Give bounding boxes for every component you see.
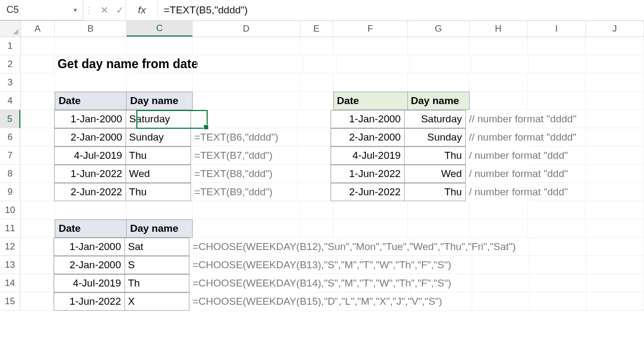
cell[interactable]: [300, 219, 333, 238]
row-header[interactable]: 1: [0, 37, 21, 55]
col-header-D[interactable]: D: [193, 21, 301, 36]
cell-dayname[interactable]: Wed: [405, 165, 466, 183]
cell-date[interactable]: 4-Jul-2019: [54, 146, 126, 165]
cell-note[interactable]: // number format "dddd": [466, 128, 529, 146]
formula-input[interactable]: =TEXT(B5,"dddd"): [158, 0, 644, 20]
cell[interactable]: [528, 74, 586, 92]
row-header[interactable]: 7: [0, 146, 20, 165]
cell[interactable]: [587, 256, 644, 274]
row-header[interactable]: 12: [0, 238, 20, 256]
cell[interactable]: [306, 292, 339, 311]
cell[interactable]: [586, 219, 645, 238]
cell[interactable]: [193, 92, 300, 110]
cell-dayname[interactable]: Saturday: [126, 110, 191, 128]
cell[interactable]: [336, 55, 410, 74]
cell[interactable]: [338, 292, 411, 311]
select-all-corner[interactable]: [0, 21, 21, 36]
cell[interactable]: [298, 110, 331, 128]
cell[interactable]: [586, 74, 644, 92]
cell[interactable]: [300, 92, 333, 110]
table-header[interactable]: Date: [55, 92, 127, 110]
table-header[interactable]: Day name: [127, 219, 192, 238]
cell[interactable]: [529, 183, 587, 201]
cell[interactable]: [586, 128, 644, 146]
cell[interactable]: [529, 55, 586, 74]
cell[interactable]: [472, 274, 530, 292]
row-header[interactable]: 3: [0, 74, 21, 92]
cell[interactable]: [408, 37, 470, 55]
row-header[interactable]: 15: [0, 292, 20, 311]
cell-date[interactable]: 1-Jun-2022: [54, 292, 125, 311]
cell[interactable]: [193, 37, 300, 55]
cell[interactable]: [472, 238, 530, 256]
table-header[interactable]: Date: [333, 92, 408, 110]
name-box[interactable]: C5 ▾: [0, 0, 83, 20]
cell[interactable]: [530, 256, 587, 274]
cell-date[interactable]: 1-Jun-2022: [331, 165, 405, 183]
cell[interactable]: [587, 238, 644, 256]
cell-dayname[interactable]: Sat: [125, 238, 189, 256]
col-header-I[interactable]: I: [528, 21, 586, 36]
row-header[interactable]: 11: [0, 219, 21, 238]
cell[interactable]: [20, 238, 54, 256]
cell-dayname[interactable]: Thu: [126, 146, 191, 165]
cell-dayname[interactable]: Sunday: [126, 128, 191, 146]
cell[interactable]: [412, 292, 472, 311]
cell-date[interactable]: 2-Jan-2000: [54, 256, 125, 274]
row-header[interactable]: 9: [0, 183, 20, 201]
cell[interactable]: [55, 74, 127, 92]
cell-note[interactable]: / number format "ddd": [466, 183, 529, 201]
cell-date[interactable]: 2-Jun-2022: [54, 183, 126, 201]
cell-date[interactable]: 2-Jan-2000: [331, 128, 405, 146]
cell[interactable]: [586, 92, 645, 110]
cell[interactable]: [472, 256, 530, 274]
cell[interactable]: [471, 55, 529, 74]
col-header-H[interactable]: H: [470, 21, 528, 36]
cell-dayname[interactable]: Thu: [405, 183, 466, 201]
cell-dayname[interactable]: Wed: [126, 165, 191, 183]
cell[interactable]: [412, 256, 472, 274]
cell[interactable]: [530, 238, 587, 256]
cell[interactable]: [472, 292, 530, 311]
col-header-C[interactable]: C: [127, 21, 192, 36]
col-header-F[interactable]: F: [333, 21, 408, 36]
cell[interactable]: [586, 37, 644, 55]
cell[interactable]: [298, 146, 331, 165]
row-header[interactable]: 5: [0, 110, 20, 128]
cell[interactable]: [410, 55, 471, 74]
cell[interactable]: [298, 183, 331, 201]
cell[interactable]: [21, 37, 55, 55]
col-header-G[interactable]: G: [408, 21, 470, 36]
cell[interactable]: [127, 37, 192, 55]
cell-dayname[interactable]: Saturday: [405, 110, 466, 128]
grid-body[interactable]: 1 2 Get day name from date: [0, 37, 644, 311]
cell[interactable]: [586, 146, 644, 165]
cell[interactable]: [529, 110, 587, 128]
cell[interactable]: [470, 92, 528, 110]
cell[interactable]: [587, 292, 644, 311]
cell[interactable]: [300, 201, 333, 219]
row-header[interactable]: 14: [0, 274, 20, 292]
row-header[interactable]: 8: [0, 165, 20, 183]
cell[interactable]: [306, 274, 339, 292]
col-header-B[interactable]: B: [55, 21, 127, 36]
cell-dayname[interactable]: Th: [125, 274, 189, 292]
cell[interactable]: [338, 274, 411, 292]
cell[interactable]: [408, 201, 470, 219]
cell[interactable]: [306, 256, 339, 274]
page-title[interactable]: Get day name from date: [54, 55, 132, 74]
enter-icon[interactable]: ✓: [116, 4, 124, 16]
cancel-icon[interactable]: ✕: [100, 4, 108, 16]
cell-formula[interactable]: =CHOOSE(WEEKDAY(B12),"Sun","Mon","Tue","…: [189, 238, 306, 256]
cell-date[interactable]: 4-Jul-2019: [331, 146, 405, 165]
cell-note[interactable]: / number format "ddd": [466, 146, 529, 165]
cell-dayname[interactable]: Thu: [126, 183, 191, 201]
cell-dayname[interactable]: Thu: [405, 146, 466, 165]
cell[interactable]: [300, 37, 333, 55]
cell[interactable]: [306, 238, 339, 256]
cell[interactable]: [586, 201, 644, 219]
col-header-A[interactable]: A: [21, 21, 55, 36]
row-header[interactable]: 13: [0, 256, 20, 274]
cell[interactable]: [529, 146, 587, 165]
cell[interactable]: [528, 219, 586, 238]
